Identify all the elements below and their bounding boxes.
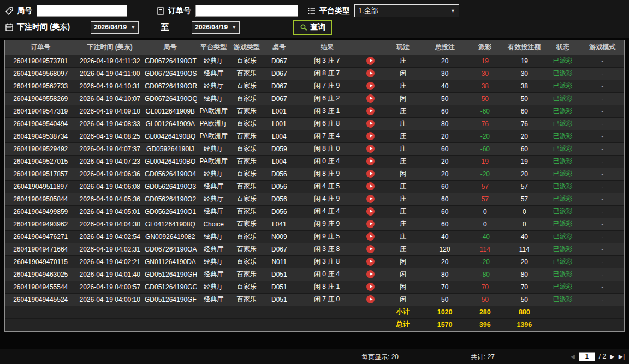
play-triangle: [370, 71, 373, 75]
cell-bet-time: 2026-04-19 04:11:32: [76, 55, 144, 67]
play-triangle: [370, 97, 373, 100]
cell-play: 闲: [383, 92, 424, 105]
cell-game-type: 百家乐: [230, 155, 263, 168]
summary-label: 总计: [383, 318, 424, 331]
cell-bet-time: 2026-04-19 04:06:36: [76, 168, 144, 180]
cell-platform: Choice: [197, 218, 230, 230]
video-play-icon[interactable]: [366, 145, 375, 153]
cell-total-bet: 70: [424, 281, 466, 293]
cell-mode: -: [581, 255, 624, 268]
summary-label: 小计: [383, 306, 424, 318]
video-play-icon[interactable]: [366, 207, 375, 216]
video-play-icon[interactable]: [366, 94, 375, 103]
cell-result: 闲 7 庄 0: [295, 293, 359, 306]
cell-order-id: 260419049538734: [5, 130, 76, 142]
table-row: 2604190494701152026-04-19 04:02:21GN0112…: [5, 255, 624, 268]
video-play-icon[interactable]: [366, 57, 375, 65]
cell-status: 已派彩: [545, 80, 581, 92]
next-page-button[interactable]: ▶: [610, 354, 614, 360]
date-to-picker[interactable]: 2026/04/19 ▼: [192, 21, 240, 34]
cell-status: 已派彩: [545, 105, 581, 117]
cell-video: [358, 193, 382, 205]
prev-page-button[interactable]: ◀: [570, 354, 574, 360]
video-play-icon[interactable]: [366, 182, 375, 190]
video-play-icon[interactable]: [366, 69, 375, 77]
cell-mode: -: [581, 105, 624, 117]
video-play-icon[interactable]: [366, 283, 375, 291]
cell-total-bet: 20: [424, 168, 466, 180]
bet-time-label: 下注时间 (美东): [17, 22, 70, 32]
search-button[interactable]: 查询: [293, 20, 332, 35]
video-play-icon[interactable]: [366, 82, 375, 90]
cell-platform: 经典厅: [197, 80, 230, 92]
clipboard-icon: [156, 6, 165, 16]
cell-round-id: GL004264190BQ: [144, 130, 197, 142]
cell-play: 庄: [383, 130, 424, 142]
video-play-icon[interactable]: [366, 107, 375, 115]
video-play-icon[interactable]: [366, 132, 375, 140]
cell-play: 庄: [383, 155, 424, 168]
cell-order-id: 260419049540494: [5, 117, 76, 130]
cell-total-bet: 20: [424, 255, 466, 268]
video-play-icon[interactable]: [366, 270, 375, 278]
cell-table-no: D067: [263, 243, 295, 255]
video-play-icon[interactable]: [366, 157, 375, 165]
page-input[interactable]: [579, 352, 595, 361]
round-input[interactable]: [37, 5, 127, 17]
cell-video: [358, 168, 382, 180]
cell-table-no: L001: [263, 117, 295, 130]
cell-total-bet: 50: [424, 92, 466, 105]
cell-total-bet: 60: [424, 180, 466, 193]
cell-play: 庄: [383, 105, 424, 117]
video-play-icon[interactable]: [366, 120, 375, 128]
cell-payout: 0: [466, 205, 504, 218]
order-input[interactable]: [195, 5, 298, 17]
video-play-icon[interactable]: [366, 195, 375, 203]
play-triangle: [370, 260, 373, 263]
last-page-button[interactable]: ▶|: [619, 354, 625, 360]
cell-valid-bet: 19: [504, 55, 545, 67]
summary-mode-empty: [581, 318, 624, 331]
cell-payout: 57: [466, 193, 504, 205]
summary-mode-empty: [581, 306, 624, 318]
play-triangle: [370, 172, 373, 175]
cell-play: 闲: [383, 268, 424, 281]
cell-total-bet: 60: [424, 105, 466, 117]
play-triangle: [370, 134, 373, 138]
cell-bet-time: 2026-04-19 04:06:08: [76, 180, 144, 193]
chevron-down-icon: ▼: [450, 8, 455, 14]
cell-round-id: GD067264190OR: [144, 80, 197, 92]
video-play-icon[interactable]: [366, 232, 375, 241]
cell-payout: -20: [466, 168, 504, 180]
cell-total-bet: 60: [424, 193, 466, 205]
date-from-picker[interactable]: 2026/04/19 ▼: [91, 21, 139, 34]
table-row: 2604190495270152026-04-19 04:07:23GL0042…: [5, 155, 624, 168]
video-play-icon[interactable]: [366, 245, 375, 253]
table-row: 2604190495118972026-04-19 04:06:08GD0562…: [5, 180, 624, 193]
cell-platform: PA欧洲厅: [197, 117, 230, 130]
video-play-icon[interactable]: [366, 295, 375, 303]
cell-platform: PA欧洲厅: [197, 155, 230, 168]
platform-type-select[interactable]: 1.全部 ▼: [354, 4, 459, 17]
cell-video: [358, 293, 382, 306]
cell-bet-time: 2026-04-19 04:02:31: [76, 243, 144, 255]
cell-video: [358, 218, 382, 230]
chevron-down-icon: ▼: [232, 25, 236, 30]
cell-play: 闲: [383, 67, 424, 80]
play-triangle: [370, 235, 373, 238]
cell-status: 已派彩: [545, 193, 581, 205]
cell-video: [358, 281, 382, 293]
cell-payout: 57: [466, 180, 504, 193]
cell-mode: -: [581, 205, 624, 218]
cell-bet-time: 2026-04-19 04:08:25: [76, 130, 144, 142]
video-play-icon[interactable]: [366, 170, 375, 178]
cell-mode: -: [581, 67, 624, 80]
cell-game-type: 百家乐: [230, 55, 263, 67]
pager: ◀ / 2 ▶ ▶|: [570, 349, 625, 364]
cell-platform: 经典厅: [197, 268, 230, 281]
video-play-icon[interactable]: [366, 258, 375, 266]
cell-valid-bet: 20: [504, 168, 545, 180]
column-header: 平台类型: [197, 40, 230, 55]
video-play-icon[interactable]: [366, 220, 375, 228]
total-row: 总计15703961396: [5, 318, 624, 331]
